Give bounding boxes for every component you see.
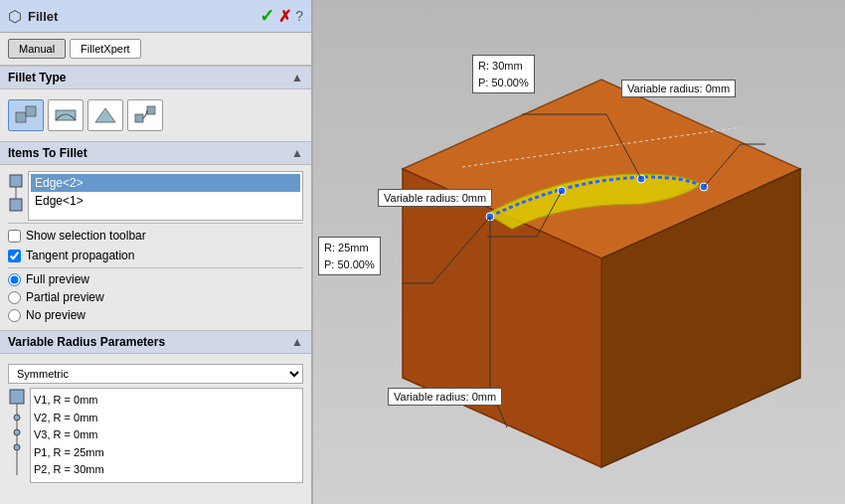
fillet-icon-full[interactable] — [127, 99, 163, 131]
full-preview-label: Full preview — [26, 272, 89, 286]
section-items-to-fillet[interactable]: Items To Fillet ▲ — [0, 141, 311, 165]
svg-rect-1 — [26, 106, 36, 116]
fillet-icon-face[interactable] — [87, 99, 123, 131]
show-selection-toolbar-checkbox[interactable] — [8, 230, 21, 243]
callout-vr-bottom-text: Variable radius: 0mm — [394, 391, 496, 403]
variable-radius-chevron: ▲ — [291, 335, 303, 349]
svg-marker-3 — [95, 108, 115, 122]
partial-preview-radio[interactable] — [8, 291, 21, 304]
vr-param-item: V1, R = 0mm — [34, 392, 299, 410]
edge-type-icon — [8, 171, 24, 213]
vr-param-item: V2, R = 0mm — [34, 410, 299, 427]
callout-r25-text: R: 25mmP: 50.00% — [324, 242, 375, 270]
callout-r25: R: 25mmP: 50.00% — [318, 237, 381, 275]
items-to-fillet-content: Edge<2> Edge<1> Show selection toolbar T… — [0, 165, 311, 330]
fillet-type-chevron: ▲ — [291, 71, 303, 84]
no-preview-radio[interactable] — [8, 309, 21, 322]
fillet-icon-variable[interactable] — [48, 99, 84, 131]
svg-rect-4 — [135, 114, 143, 122]
callout-vr-bottom: Variable radius: 0mm — [388, 388, 502, 406]
svg-rect-8 — [10, 199, 22, 211]
divider-1 — [8, 223, 303, 224]
fillet-icon-constant[interactable] — [8, 99, 44, 131]
left-panel: ⬡ Fillet ✓ ✗ ? Manual FilletXpert Fillet… — [0, 0, 313, 504]
show-selection-toolbar-label: Show selection toolbar — [26, 229, 146, 243]
tab-filletxpert[interactable]: FilletXpert — [70, 39, 141, 59]
tangent-propagation-row: Tangent propagation — [8, 246, 303, 265]
dropdown-row: Symmetric — [8, 360, 303, 388]
callout-r30: R: 30mmP: 50.00% — [472, 55, 535, 93]
full-preview-radio[interactable] — [8, 273, 21, 286]
svg-rect-9 — [10, 390, 24, 404]
vr-param-item: V3, R = 0mm — [34, 426, 299, 444]
callout-vr-topright: Variable radius: 0mm — [621, 80, 736, 97]
svg-rect-5 — [147, 106, 155, 114]
show-selection-toolbar-row: Show selection toolbar — [8, 226, 303, 246]
tangent-propagation-checkbox[interactable] — [8, 250, 21, 262]
section-fillet-type[interactable]: Fillet Type ▲ — [0, 66, 311, 89]
vr-param-item: P1, R = 25mm — [34, 444, 299, 462]
fillet-type-icons — [8, 95, 303, 135]
panel-scroll: Fillet Type ▲ — [0, 66, 311, 504]
vr-params-list[interactable]: V1, R = 0mmV2, R = 0mmV3, R = 0mmP1, R =… — [30, 388, 303, 483]
vr-icon — [8, 388, 26, 480]
fillet-type-content — [0, 89, 311, 141]
no-preview-row: No preview — [8, 306, 303, 324]
fillet-type-label: Fillet Type — [8, 71, 66, 84]
variable-radius-content: Symmetric V1, R = 0mmV2, — [0, 354, 311, 489]
symmetric-dropdown[interactable]: Symmetric — [8, 364, 303, 384]
tab-manual[interactable]: Manual — [8, 39, 66, 59]
partial-preview-row: Partial preview — [8, 288, 303, 306]
partial-preview-label: Partial preview — [26, 290, 104, 304]
items-list-wrapper: Edge<2> Edge<1> — [28, 171, 303, 221]
right-panel: R: 30mmP: 50.00% Variable radius: 0mm Va… — [313, 0, 845, 504]
callout-vr-leftmid-text: Variable radius: 0mm — [384, 192, 486, 204]
svg-rect-0 — [16, 112, 26, 122]
callout-vr-topright-text: Variable radius: 0mm — [627, 83, 730, 94]
svg-rect-6 — [10, 175, 22, 187]
items-list-container: Edge<2> Edge<1> — [8, 171, 303, 221]
edge-row-1[interactable]: Edge<1> — [31, 192, 300, 210]
viewport-svg — [313, 0, 845, 504]
panel-title: Fillet — [28, 9, 58, 24]
vr-param-item: P2, R = 30mm — [34, 461, 299, 479]
svg-rect-2 — [56, 110, 76, 120]
panel-title-bar: ⬡ Fillet ✓ ✗ ? — [0, 0, 311, 33]
tangent-propagation-label: Tangent propagation — [26, 249, 134, 262]
variable-radius-label: Variable Radius Parameters — [8, 335, 165, 349]
title-actions: ✓ ✗ ? — [259, 5, 303, 27]
cancel-button[interactable]: ✗ — [278, 7, 291, 26]
section-variable-radius[interactable]: Variable Radius Parameters ▲ — [0, 330, 311, 354]
help-icon[interactable]: ? — [295, 8, 303, 24]
confirm-button[interactable]: ✓ — [259, 5, 274, 27]
items-list[interactable]: Edge<2> Edge<1> — [28, 171, 303, 221]
divider-2 — [8, 267, 303, 268]
svg-point-10 — [14, 415, 20, 420]
no-preview-label: No preview — [26, 308, 85, 322]
full-preview-row: Full preview — [8, 270, 303, 288]
items-chevron: ▲ — [291, 146, 303, 160]
items-to-fillet-label: Items To Fillet — [8, 146, 87, 160]
svg-point-12 — [14, 444, 20, 450]
svg-point-11 — [14, 429, 20, 435]
mode-tabs: Manual FilletXpert — [0, 33, 311, 66]
callout-r30-text: R: 30mmP: 50.00% — [478, 60, 529, 88]
edge-row-2[interactable]: Edge<2> — [31, 174, 300, 192]
vr-icon-list: V1, R = 0mmV2, R = 0mmV3, R = 0mmP1, R =… — [8, 388, 303, 483]
callout-vr-leftmid: Variable radius: 0mm — [378, 189, 492, 207]
